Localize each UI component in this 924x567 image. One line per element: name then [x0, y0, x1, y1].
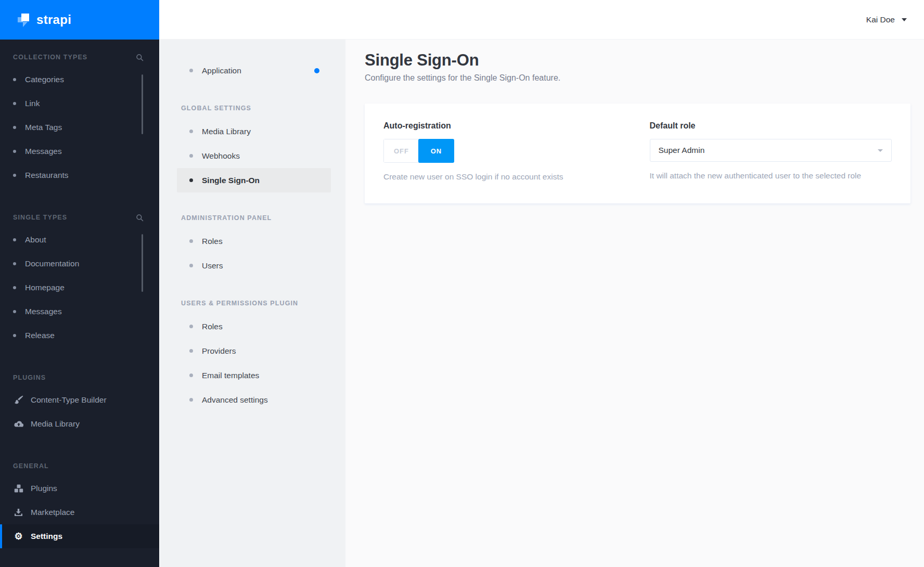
- sidebar-item-settings[interactable]: ⚙Settings: [0, 524, 159, 548]
- search-icon[interactable]: [136, 54, 144, 61]
- sidebar-item-label: About: [25, 235, 46, 244]
- bullet-dot: [13, 286, 16, 289]
- bullet-dot: [189, 69, 193, 72]
- bullet-dot: [13, 262, 16, 265]
- menu-section-header: PLUGINS: [0, 373, 159, 382]
- settings-nav-item-single-sign-on[interactable]: Single Sign-On: [177, 168, 331, 192]
- user-menu[interactable]: Kai Doe: [866, 15, 907, 24]
- chevron-down-icon: [878, 149, 883, 152]
- sidebar-item-about[interactable]: About: [0, 228, 159, 252]
- bullet-dot: [189, 349, 193, 353]
- sidebar-item-link[interactable]: Link: [0, 92, 159, 115]
- menu-section-single-types: SINGLE TYPESAboutDocumentationHomepageMe…: [0, 213, 159, 347]
- settings-nav-item-label: Providers: [202, 346, 236, 356]
- strapi-logo-icon: [17, 12, 30, 28]
- sidebar-item-media-library[interactable]: Media Library: [0, 412, 159, 436]
- menu-section-label: GENERAL: [13, 462, 49, 470]
- default-role-select[interactable]: Super Admin: [650, 139, 892, 162]
- bullet-dot: [13, 310, 16, 313]
- settings-nav-section-label: ADMINISTRATION PANEL: [181, 214, 331, 223]
- bullet-dot: [13, 334, 16, 337]
- paint-brush-icon: [13, 395, 24, 405]
- menu-section-label: SINGLE TYPES: [13, 214, 67, 221]
- sidebar-item-label: Plugins: [31, 484, 57, 493]
- menu-section-general: GENERALPluginsMarketplace⚙Settings: [0, 462, 159, 548]
- settings-nav-item-label: Webhooks: [202, 151, 240, 161]
- scrollbar-thumb[interactable]: [142, 234, 143, 292]
- sidebar-item-homepage[interactable]: Homepage: [0, 276, 159, 300]
- sidebar-item-messages[interactable]: Messages: [0, 300, 159, 324]
- auto-registration-field: Auto-registration OFF ON Create new user…: [383, 121, 626, 182]
- default-role-field: Default role Super Admin It will attach …: [650, 121, 892, 182]
- right-area: Kai Doe ApplicationGLOBAL SETTINGSMedia …: [159, 0, 924, 567]
- sidebar-item-label: Settings: [31, 532, 62, 541]
- settings-nav-item-providers[interactable]: Providers: [177, 339, 331, 363]
- default-role-helper: It will attach the new authenticated use…: [650, 171, 892, 181]
- sidebar-item-label: Categories: [25, 75, 64, 84]
- main-content: Single Sign-On Configure the settings fo…: [345, 40, 924, 567]
- sidebar-item-label: Messages: [25, 307, 62, 316]
- settings-nav-item-label: Roles: [202, 322, 223, 331]
- settings-nav-item-label: Email templates: [202, 371, 259, 380]
- auto-registration-toggle: OFF ON: [383, 139, 454, 163]
- notification-dot: [314, 68, 319, 73]
- main-sidebar-sections: COLLECTION TYPESCategoriesLinkMeta TagsM…: [0, 40, 159, 567]
- settings-nav-item-application[interactable]: Application: [177, 58, 331, 83]
- bullet-dot: [13, 150, 16, 153]
- settings-nav-item-users[interactable]: Users: [177, 253, 331, 278]
- settings-nav: ApplicationGLOBAL SETTINGSMedia LibraryW…: [159, 40, 345, 567]
- bullet-dot: [189, 373, 193, 377]
- toggle-off-button[interactable]: OFF: [384, 139, 419, 162]
- gear-icon: ⚙: [13, 532, 24, 541]
- brand-header[interactable]: strapi: [0, 0, 159, 40]
- settings-nav-item-webhooks[interactable]: Webhooks: [177, 144, 331, 168]
- page-title: Single Sign-On: [365, 51, 910, 70]
- settings-nav-item-label: Media Library: [202, 127, 251, 136]
- bullet-dot: [189, 264, 193, 267]
- sidebar-item-label: Homepage: [25, 283, 65, 292]
- bullet-dot: [13, 126, 16, 129]
- app-root: strapi COLLECTION TYPESCategoriesLinkMet…: [0, 0, 924, 567]
- sidebar-item-release[interactable]: Release: [0, 324, 159, 347]
- sidebar-item-documentation[interactable]: Documentation: [0, 252, 159, 276]
- brand-name: strapi: [36, 12, 71, 27]
- sidebar-item-label: Restaurants: [25, 171, 69, 180]
- sidebar-item-plugins[interactable]: Plugins: [0, 476, 159, 500]
- sidebar-item-label: Content-Type Builder: [31, 395, 107, 405]
- settings-nav-item-roles[interactable]: Roles: [177, 314, 331, 339]
- bullet-dot: [13, 238, 16, 241]
- sso-settings-card: Auto-registration OFF ON Create new user…: [365, 104, 910, 203]
- menu-section-plugins: PLUGINSContent-Type BuilderMedia Library: [0, 373, 159, 436]
- settings-nav-section-label: USERS & PERMISSIONS PLUGIN: [181, 300, 331, 308]
- download-icon: [13, 508, 24, 517]
- settings-nav-item-label: Application: [202, 66, 241, 75]
- sidebar-item-label: Messages: [25, 147, 62, 156]
- sidebar-item-marketplace[interactable]: Marketplace: [0, 500, 159, 524]
- sidebar-item-meta-tags[interactable]: Meta Tags: [0, 115, 159, 139]
- main-sidebar: strapi COLLECTION TYPESCategoriesLinkMet…: [0, 0, 159, 567]
- settings-nav-item-advanced-settings[interactable]: Advanced settings: [177, 388, 331, 412]
- settings-nav-item-media-library[interactable]: Media Library: [177, 119, 331, 144]
- search-icon[interactable]: [136, 214, 144, 222]
- sidebar-item-categories[interactable]: Categories: [0, 68, 159, 92]
- bullet-dot: [13, 78, 16, 81]
- bullet-dot: [189, 239, 193, 243]
- settings-nav-item-label: Roles: [202, 237, 223, 246]
- page-subtitle: Configure the settings for the Single Si…: [365, 73, 910, 83]
- sidebar-item-content-type-builder[interactable]: Content-Type Builder: [0, 388, 159, 412]
- settings-nav-section-label: GLOBAL SETTINGS: [181, 105, 331, 113]
- settings-nav-item-email-templates[interactable]: Email templates: [177, 363, 331, 388]
- menu-section-header: SINGLE TYPES: [0, 213, 159, 222]
- toggle-on-button[interactable]: ON: [418, 139, 454, 163]
- sidebar-item-messages[interactable]: Messages: [0, 139, 159, 163]
- sidebar-item-restaurants[interactable]: Restaurants: [0, 163, 159, 187]
- user-name: Kai Doe: [866, 15, 895, 24]
- auto-registration-label: Auto-registration: [383, 121, 626, 131]
- content-row: ApplicationGLOBAL SETTINGSMedia LibraryW…: [159, 40, 924, 567]
- menu-section-header: COLLECTION TYPES: [0, 53, 159, 61]
- topbar: Kai Doe: [159, 0, 924, 40]
- menu-section-header: GENERAL: [0, 462, 159, 470]
- settings-nav-item-roles[interactable]: Roles: [177, 229, 331, 253]
- scrollbar-thumb[interactable]: [142, 74, 143, 134]
- sidebar-item-label: Link: [25, 99, 40, 108]
